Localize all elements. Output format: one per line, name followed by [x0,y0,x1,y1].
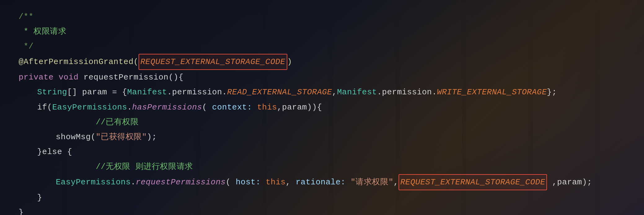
rationale-label: rationale: [296,175,346,190]
easy-perms-class2: EasyPermissions [56,175,131,190]
annotation-decorator: @AfterPermissionGranted( [19,54,139,69]
code-container: /** * 权限请求 */ @AfterPermissionGranted(RE… [0,0,644,215]
code-line-6: String[] param = {Manifest.permission.RE… [19,85,625,100]
comment-close: */ [19,39,33,54]
code-block: /** * 权限请求 */ @AfterPermissionGranted(RE… [0,0,644,215]
close-brace: } [37,190,42,205]
code-line-11: //无权限 则进行权限请求 [19,159,625,174]
this2: this [261,175,286,190]
code-line-12: EasyPermissions.requestPermissions( host… [19,174,625,190]
this-kw: this [252,100,277,115]
annotation-arg-highlighted: REQUEST_EXTERNAL_STORAGE_CODE [139,54,287,70]
dot1: .permission. [167,85,227,100]
brace-semi: }; [547,85,557,100]
code-line-4: @AfterPermissionGranted(REQUEST_EXTERNAL… [19,54,625,70]
write-const: WRITE_EXTERNAL_STORAGE [437,85,547,100]
code-line-10: }else { [19,144,625,159]
context-label: context: [212,100,252,115]
code-line-2: * 权限请求 [19,24,625,39]
code-line-7: if(EasyPermissions.hasPermissions( conte… [19,100,625,115]
req-code-highlighted: REQUEST_EXTERNAL_STORAGE_CODE [399,174,547,190]
code-line-8: //已有权限 [19,115,625,130]
rationale-string: "请求权限" [346,175,393,190]
comma2: , [286,175,296,190]
has-permissions-method: hasPermissions [132,100,202,115]
keyword-private: private [19,70,59,85]
comma3: , [394,175,399,190]
comment-no-perm: //无权限 则进行权限请求 [56,159,193,174]
code-line-5: private void requestPermission(){ [19,70,625,85]
comma4: ,param); [547,175,592,190]
close-class: } [19,205,24,215]
comma-param: ,param)){ [277,100,322,115]
code-line-13: } [19,190,625,205]
annotation-paren-close: ) [287,54,292,69]
req-paren2: ( [226,175,236,190]
code-line-9: showMsg("已获得权限"); [19,130,625,144]
comment-has-perm: //已有权限 [56,115,139,130]
host-label: host: [236,175,261,190]
dot2: .permission. [377,85,437,100]
method-name: requestPermission(){ [84,70,183,85]
paren-open2: ( [202,100,212,115]
code-line-14: } [19,205,625,215]
code-line-3: */ [19,39,625,54]
code-line-1: /** [19,9,625,24]
show-msg-call: showMsg( [56,130,96,144]
type-string: String [37,85,67,100]
easy-perms-class: EasyPermissions [52,100,127,115]
if-keyword: if( [37,100,52,115]
comma-manifest: , [332,85,337,100]
read-const: READ_EXTERNAL_STORAGE [227,85,332,100]
manifest-class1: Manifest [127,85,167,100]
comment-cn1: * 权限请求 [19,24,66,39]
show-msg-string: "已获得权限" [96,130,147,144]
comment-open: /** [19,9,33,24]
dot4: . [131,175,136,190]
keyword-void: void [59,70,84,85]
array-brackets: [] param = { [67,85,127,100]
manifest-class2: Manifest [337,85,377,100]
show-close: ); [147,130,157,144]
dot3: . [127,100,132,115]
else-line: }else { [37,144,72,159]
request-permissions-method: requestPermissions [136,175,226,190]
